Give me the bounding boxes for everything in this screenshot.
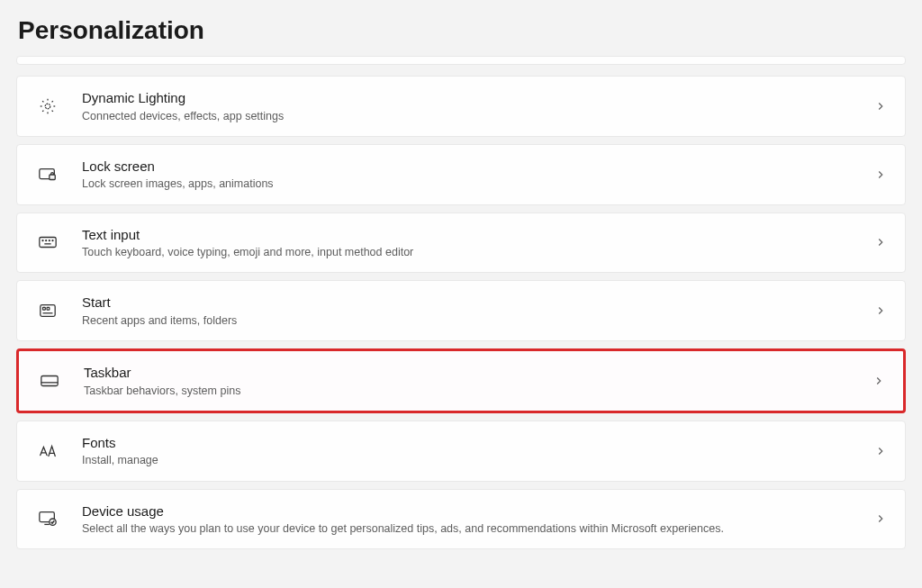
setting-title: Fonts [82, 434, 874, 452]
setting-item-lock-screen[interactable]: Lock screen Lock screen images, apps, an… [16, 144, 906, 205]
chevron-right-icon [874, 512, 887, 525]
device-usage-icon [33, 510, 62, 528]
setting-title: Dynamic Lighting [82, 89, 874, 107]
svg-line-6 [52, 110, 53, 111]
setting-desc: Install, manage [82, 453, 874, 467]
setting-desc: Taskbar behaviors, system pins [84, 384, 872, 398]
svg-rect-19 [47, 307, 50, 310]
setting-title: Lock screen [82, 158, 874, 176]
keyboard-icon [33, 235, 62, 249]
setting-item-text-input[interactable]: Text input Touch keyboard, voice typing,… [16, 213, 906, 274]
svg-point-14 [49, 240, 50, 241]
setting-desc: Touch keyboard, voice typing, emoji and … [82, 245, 874, 259]
chevron-right-icon [874, 236, 887, 249]
svg-rect-18 [43, 307, 46, 310]
setting-title: Text input [82, 226, 874, 244]
setting-text: Start Recent apps and items, folders [82, 294, 874, 328]
setting-text: Taskbar Taskbar behaviors, system pins [84, 364, 872, 398]
setting-item-dynamic-lighting[interactable]: Dynamic Lighting Connected devices, effe… [16, 76, 906, 137]
setting-text: Lock screen Lock screen images, apps, an… [82, 158, 874, 192]
setting-desc: Connected devices, effects, app settings [82, 109, 874, 123]
setting-desc: Select all the ways you plan to use your… [82, 521, 874, 536]
setting-desc: Recent apps and items, folders [82, 313, 874, 328]
svg-rect-10 [50, 175, 55, 180]
previous-item-peek [16, 56, 906, 65]
start-menu-icon [33, 303, 62, 319]
setting-title: Taskbar [84, 364, 872, 382]
chevron-right-icon [872, 375, 885, 387]
lock-screen-icon [33, 166, 62, 184]
svg-rect-17 [41, 305, 55, 317]
setting-text: Text input Touch keyboard, voice typing,… [82, 226, 874, 260]
dynamic-lighting-icon [33, 96, 62, 116]
svg-line-5 [42, 101, 43, 102]
svg-point-12 [42, 240, 43, 241]
setting-title: Start [82, 294, 874, 312]
svg-rect-11 [40, 238, 56, 248]
svg-point-13 [46, 240, 47, 241]
taskbar-icon [35, 374, 64, 388]
setting-item-taskbar[interactable]: Taskbar Taskbar behaviors, system pins [16, 348, 906, 413]
svg-line-8 [52, 101, 53, 102]
setting-desc: Lock screen images, apps, animations [82, 176, 874, 191]
setting-text: Device usage Select all the ways you pla… [82, 502, 874, 537]
svg-point-0 [45, 104, 50, 109]
svg-point-15 [52, 240, 53, 241]
page-title: Personalization [0, 0, 922, 56]
svg-rect-21 [41, 375, 58, 385]
setting-text: Dynamic Lighting Connected devices, effe… [82, 89, 874, 123]
svg-line-7 [42, 110, 43, 111]
setting-item-fonts[interactable]: Fonts Install, manage [16, 421, 906, 482]
fonts-icon [33, 443, 62, 459]
chevron-right-icon [874, 168, 887, 181]
setting-title: Device usage [82, 502, 874, 520]
setting-text: Fonts Install, manage [82, 434, 874, 468]
chevron-right-icon [874, 445, 887, 457]
setting-item-start[interactable]: Start Recent apps and items, folders [16, 280, 906, 341]
chevron-right-icon [874, 100, 887, 113]
settings-list: Dynamic Lighting Connected devices, effe… [0, 56, 922, 549]
setting-item-device-usage[interactable]: Device usage Select all the ways you pla… [16, 489, 906, 550]
chevron-right-icon [874, 304, 887, 317]
